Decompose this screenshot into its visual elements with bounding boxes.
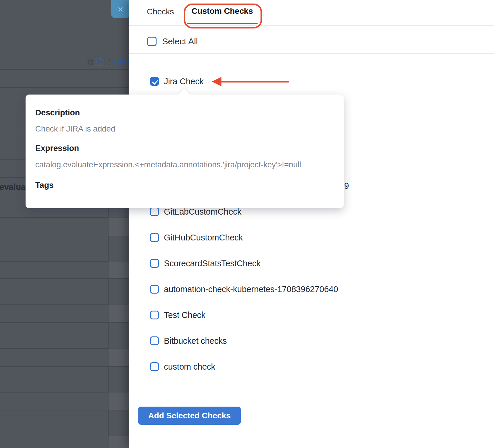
check-checkbox[interactable] <box>150 362 159 371</box>
check-label[interactable]: custom check <box>164 362 215 371</box>
check-label[interactable]: Test Check <box>164 311 205 319</box>
select-all-checkbox[interactable] <box>147 37 157 46</box>
divider <box>129 53 494 54</box>
add-selected-checks-button[interactable]: Add Selected Checks <box>138 407 241 425</box>
check-checkbox[interactable] <box>150 285 159 294</box>
check-label[interactable]: GitHubCustomCheck <box>164 233 243 242</box>
table-row-line <box>0 69 129 70</box>
screen: Id i : Cata evaluat × Checks Custom Chec… <box>0 0 494 448</box>
arrow-shaft <box>221 81 289 82</box>
table-row-line <box>0 366 129 367</box>
table-cell-highlight <box>108 392 129 410</box>
divider <box>129 25 494 26</box>
tooltip-description-label: Description <box>35 108 80 117</box>
table-cell-highlight <box>108 304 129 322</box>
table-row-line <box>0 278 129 279</box>
check-checkbox[interactable] <box>150 207 159 216</box>
table-cell-fragment: evaluat <box>0 182 28 192</box>
check-checkbox[interactable] <box>150 233 159 242</box>
annotation-highlight-oval <box>184 4 262 28</box>
check-label[interactable]: ScorecardStatsTestCheck <box>164 259 261 268</box>
check-label[interactable]: GitLabCustomCheck <box>164 207 241 216</box>
table-cell-highlight <box>108 261 129 278</box>
table-cell-highlight <box>108 348 129 366</box>
close-icon: × <box>117 4 123 14</box>
modal-overlay-backdrop: Id i : Cata evaluat <box>0 0 129 448</box>
check-checkbox[interactable] <box>150 336 159 345</box>
check-checkbox[interactable] <box>150 259 159 268</box>
jira-check-checkbox[interactable] <box>150 77 159 86</box>
occluded-check-label-fragment: 9 <box>344 181 349 191</box>
close-button[interactable]: × <box>111 0 130 18</box>
check-label[interactable]: automation-check-kubernetes-170839627064… <box>164 285 338 294</box>
table-row-line <box>0 410 129 410</box>
tooltip-description-value: Check if JIRA is added <box>35 124 115 134</box>
check-label[interactable]: Jira Check <box>164 77 204 86</box>
info-icon: i <box>96 58 104 66</box>
table-cell-highlight <box>108 217 129 236</box>
tooltip-tags-label: Tags <box>35 181 53 190</box>
tooltip-expression-label: Expression <box>35 144 79 153</box>
checks-drawer: Checks Custom Checks Select All 0 9 Jira… <box>129 0 494 448</box>
table-header-id-label: Id <box>87 57 94 67</box>
table-cell-highlight <box>108 436 129 448</box>
check-label[interactable]: Bitbucket checks <box>164 336 227 345</box>
check-checkbox[interactable] <box>150 311 159 319</box>
table-row-line <box>0 236 129 236</box>
arrow-head-icon <box>212 77 221 86</box>
table-header-id: Id i : Cata <box>87 58 131 66</box>
table-header-separator: : <box>108 57 111 67</box>
table-row-line <box>0 322 129 323</box>
tooltip-expression-value: catalog.evaluateExpression.<+metadata.an… <box>35 160 301 169</box>
check-details-tooltip: Description Check if JIRA is added Expre… <box>26 95 344 208</box>
select-all-label[interactable]: Select All <box>162 37 198 46</box>
table-header-value-fragment: Cata <box>114 57 131 67</box>
table-row-line <box>0 42 129 42</box>
tab-checks[interactable]: Checks <box>147 7 174 16</box>
table-row-line <box>0 87 129 88</box>
